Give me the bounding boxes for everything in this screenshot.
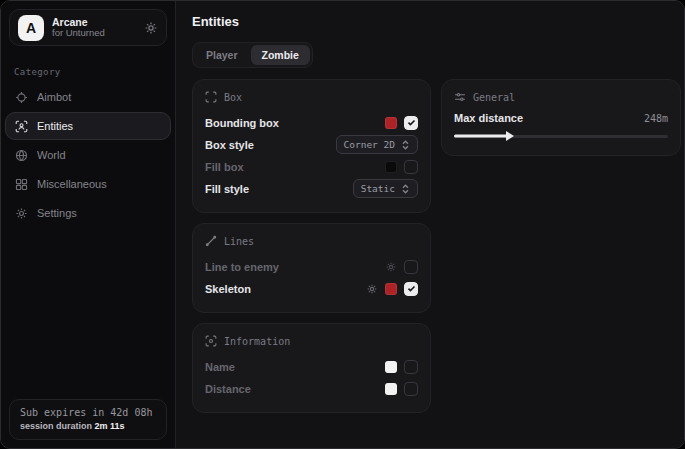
session-duration-text: session duration 2m 11s [20,421,156,431]
diagonal-line-icon [205,235,217,247]
app-logo: A [18,15,44,41]
check-icon [407,284,416,293]
app-subtitle: for Unturned [52,28,136,39]
page-title: Entities [192,14,668,29]
slider-thumb[interactable] [506,131,514,141]
setting-row-skeleton: Skeleton [205,278,418,299]
sidebar-item-aimbot[interactable]: Aimbot [5,83,171,111]
general-card: General Max distance 248m [441,79,681,156]
setting-row-box-style: Box style Corner 2D [205,134,418,155]
sidebar-item-label: Miscellaneous [37,178,107,190]
setting-row-line-to-enemy: Line to enemy [205,256,418,277]
name-checkbox[interactable] [404,360,418,374]
card-title: Information [224,336,290,347]
color-swatch[interactable] [385,117,397,129]
color-swatch[interactable] [385,361,397,373]
setting-label: Distance [205,383,251,395]
max-distance-slider[interactable] [454,130,668,142]
distance-checkbox[interactable] [404,382,418,396]
line-to-enemy-checkbox[interactable] [404,260,418,274]
sidebar-item-entities[interactable]: Entities [5,112,171,140]
main-content: Entities Player Zombie Box [176,1,684,448]
lines-card: Lines Line to enemy [192,223,431,313]
check-icon [407,118,416,127]
gear-icon[interactable] [385,261,397,273]
card-title: Box [224,92,242,103]
box-card: Box Bounding box [192,79,431,213]
box-style-select[interactable]: Corner 2D [336,135,418,154]
select-value: Corner 2D [344,139,395,150]
gear-icon[interactable] [366,283,378,295]
subscription-card: Sub expires in 42d 08h session duration … [9,399,167,440]
setting-label: Box style [205,139,254,151]
chevron-up-down-icon [401,140,410,150]
scan-person-icon [15,120,28,133]
setting-row-distance: Distance [205,378,418,399]
globe-icon [15,149,28,162]
card-title: Lines [224,236,254,247]
setting-row-fill-style: Fill style Static [205,178,418,199]
setting-label: Max distance [454,112,523,124]
category-label: Category [14,67,175,77]
scan-corners-icon [205,91,217,103]
sidebar-item-settings[interactable]: Settings [5,199,171,227]
sidebar-item-label: Aimbot [37,91,71,103]
skeleton-checkbox[interactable] [404,282,418,296]
tab-zombie[interactable]: Zombie [251,45,310,65]
color-swatch[interactable] [385,383,397,395]
sidebar-item-label: Settings [37,207,77,219]
setting-label: Bounding box [205,117,279,129]
information-card: Information Name Distance [192,323,431,413]
color-swatch[interactable] [385,161,397,173]
bounding-box-checkbox[interactable] [404,116,418,130]
session-duration-value: 2m 11s [95,421,125,431]
gear-icon[interactable] [144,21,158,35]
app-window: A Arcane for Unturned Category [0,0,685,449]
setting-label: Fill box [205,161,244,173]
sidebar-item-label: World [37,149,66,161]
gear-icon [15,207,28,220]
card-title: General [473,92,515,103]
crosshair-icon [15,91,28,104]
setting-label: Fill style [205,183,249,195]
setting-label: Line to enemy [205,261,279,273]
setting-row-name: Name [205,356,418,377]
sliders-icon [454,91,466,103]
sidebar-item-label: Entities [37,120,73,132]
sub-expires-text: Sub expires in 42d 08h [20,407,156,418]
color-swatch[interactable] [385,283,397,295]
fill-style-select[interactable]: Static [353,179,418,198]
grid-icon [15,178,28,191]
app-titles: Arcane for Unturned [52,16,136,39]
chevron-up-down-icon [401,184,410,194]
entity-tabs: Player Zombie [192,42,313,68]
session-duration-label: session duration [20,421,92,431]
select-value: Static [361,183,395,194]
setting-row-bounding-box: Bounding box [205,112,418,133]
setting-label: Skeleton [205,283,251,295]
slider-fill [454,135,508,138]
app-header-card: A Arcane for Unturned [9,9,167,46]
max-distance-value: 248m [644,113,668,124]
sidebar: A Arcane for Unturned Category [1,1,176,448]
sidebar-item-miscellaneous[interactable]: Miscellaneous [5,170,171,198]
tab-player[interactable]: Player [195,45,249,65]
sidebar-item-world[interactable]: World [5,141,171,169]
setting-label: Name [205,361,235,373]
fill-box-checkbox[interactable] [404,160,418,174]
setting-row-max-distance: Max distance 248m [454,112,668,124]
scan-info-icon [205,335,217,347]
setting-row-fill-box: Fill box [205,156,418,177]
sidebar-menu: Aimbot Entities [1,83,175,227]
